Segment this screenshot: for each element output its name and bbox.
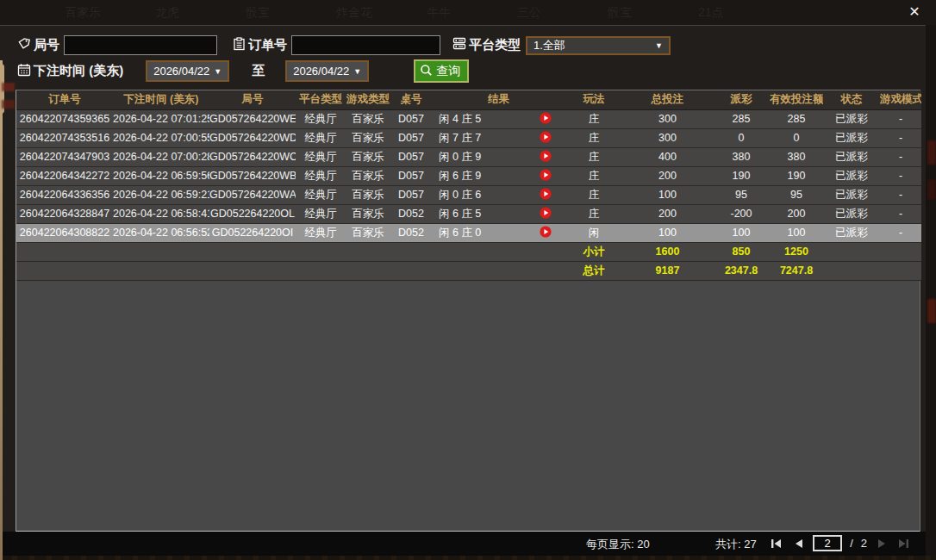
column-header: 下注时间 (美东) [113,90,209,109]
subtotal-row-label: 小计 [565,242,622,261]
replay-play-icon[interactable] [540,169,552,184]
platform-list-icon [452,37,466,53]
result-text: 闲 7 庄 7 [439,131,481,146]
round-number-input[interactable] [64,35,217,55]
background-fragment-right [927,140,936,165]
subtotal-row-payout: 850 [713,242,770,261]
cell-platform-type: 经典厅 [296,185,346,204]
table-row[interactable]: 2604220743535162026-04-22 07:00:55GD0572… [16,128,921,147]
cell-table-number: D057 [390,147,432,166]
cell-total-bet: 400 [622,147,713,166]
replay-play-icon[interactable] [540,226,552,240]
total-count-value: 27 [744,538,756,551]
table-row[interactable]: 2604220643088222026-04-22 06:56:52GD0522… [16,223,921,242]
table-row[interactable]: 2604220643288472026-04-22 06:58:41GD0522… [16,204,921,223]
cell-play-type: 庄 [565,147,622,166]
cell-payout: 95 [713,185,770,204]
empty-cell [823,242,921,261]
last-page-icon[interactable] [896,537,910,551]
table-header-row: 订单号下注时间 (美东)局号平台类型游戏类型桌号结果玩法总投注派彩有效投注额状态… [16,90,921,109]
column-header: 桌号 [390,90,432,109]
table-row[interactable]: 2604220743593652026-04-22 07:01:25GD0572… [16,109,921,128]
cell-total-bet: 300 [622,128,713,147]
column-header: 玩法 [565,90,622,109]
cell-result: 闲 0 庄 9 [432,147,565,166]
cell-game-mode: - [880,109,921,128]
platform-type-select[interactable]: 1.全部 ▼ [526,36,671,55]
grand-total-row-payout: 2347.8 [713,261,770,280]
cell-play-type: 闲 [565,223,622,242]
pager-controls: / 2 [770,535,910,551]
result-text: 闲 0 庄 6 [439,188,481,202]
cell-table-number: D057 [390,109,432,128]
filter-row-2: 下注时间 (美东) 2026/04/22 ▼ 至 2026/04/22 ▼ 查询 [17,59,469,83]
total-count-label: 共计: [715,538,741,551]
date-to-select[interactable]: 2026/04/22 ▼ [285,60,369,82]
cell-round-number: GD052264220OI [209,223,296,242]
cell-game-mode: - [880,223,921,242]
grand-total-row-label: 总计 [565,261,622,280]
cell-play-type: 庄 [565,128,622,147]
cell-bet-time: 2026-04-22 07:00:55 [113,128,209,147]
replay-play-icon[interactable] [540,207,552,221]
close-icon[interactable]: ✕ [905,3,924,22]
cell-payout: -200 [713,204,770,223]
first-page-icon[interactable] [770,537,783,551]
column-header: 游戏模式 [880,90,921,109]
chevron-down-icon: ▼ [214,67,222,76]
table-row[interactable]: 2604220643363562026-04-22 06:59:21GD0572… [16,185,921,204]
next-page-icon[interactable] [875,537,889,551]
platform-type-value: 1.全部 [534,38,565,53]
date-from-select[interactable]: 2026/04/22 ▼ [146,60,229,82]
cell-result: 闲 7 庄 7 [432,128,565,147]
cell-table-number: D057 [390,185,432,204]
cell-status: 已派彩 [823,166,880,185]
cell-result: 闲 0 庄 6 [432,185,565,204]
cell-bet-time: 2026-04-22 06:58:41 [113,204,209,223]
replay-play-icon[interactable] [540,131,552,146]
table-row[interactable]: 2604220643422722026-04-22 06:59:56GD0572… [16,166,921,185]
background-fragment-left [0,60,3,560]
cell-valid-bet: 0 [770,128,823,147]
cell-game-mode: - [880,185,921,204]
table-row[interactable]: 2604220743479032026-04-22 07:00:28GD0572… [16,147,921,166]
empty-cell [16,261,565,280]
cell-order-number: 260422064328847 [16,204,113,223]
bet-history-modal: 局号 订单号 平台类型 1.全部 ▼ [0,25,926,556]
background-bottom-strip [0,556,936,560]
cell-status: 已派彩 [823,109,880,128]
background-tab: 百家乐 [65,5,101,21]
cell-platform-type: 经典厅 [296,109,346,128]
cell-order-number: 260422064342272 [16,166,113,185]
empty-cell [16,242,565,261]
cell-round-number: GD057264220WA [209,185,296,204]
replay-play-icon[interactable] [540,150,552,165]
search-button[interactable]: 查询 [414,59,469,83]
background-tab: 骰宝 [246,5,270,21]
subtotal-row-valid-bet: 1250 [770,242,823,261]
result-text: 闲 6 庄 5 [439,207,481,221]
cell-payout: 100 [713,223,770,242]
column-header: 订单号 [16,90,113,109]
column-header: 有效投注额 [770,90,823,109]
cell-status: 已派彩 [823,147,880,166]
cell-round-number: GD057264220WC [209,147,296,166]
cell-result: 闲 6 庄 5 [432,204,565,223]
replay-play-icon[interactable] [540,112,552,127]
order-number-input[interactable] [291,35,440,55]
cell-total-bet: 200 [622,166,713,185]
cell-total-bet: 100 [622,185,713,204]
background-fragment-right [927,179,936,200]
previous-page-icon[interactable] [791,537,805,551]
cell-platform-type: 经典厅 [296,147,346,166]
page-number-input[interactable] [813,535,842,551]
cell-bet-time: 2026-04-22 06:56:52 [113,223,209,242]
cell-payout: 380 [713,147,770,166]
cell-result: 闲 4 庄 5 [432,109,565,128]
column-header: 结果 [432,90,565,109]
per-page-value: 20 [637,538,649,551]
cell-total-bet: 300 [622,109,713,128]
cell-bet-time: 2026-04-22 07:00:28 [113,147,209,166]
cell-payout: 0 [713,128,770,147]
replay-play-icon[interactable] [540,188,552,202]
